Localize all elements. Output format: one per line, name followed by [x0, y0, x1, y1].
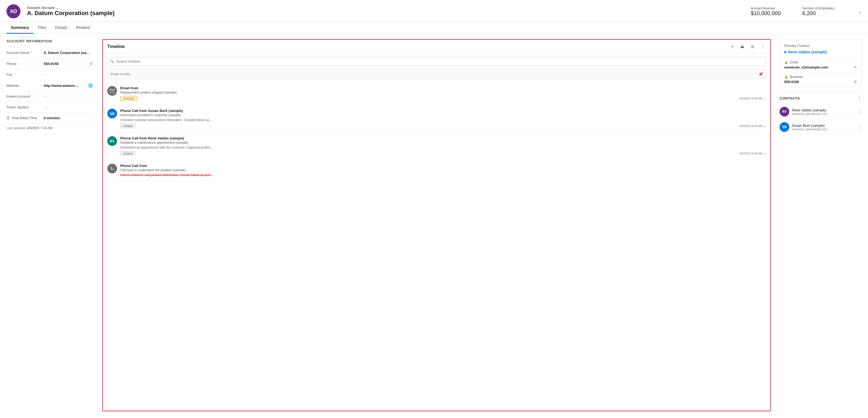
- timeline-item: RV Phone Call from Rene Valdes (sample) …: [107, 132, 766, 160]
- last-updated-label: Last updated:: [6, 126, 26, 130]
- item-content-4: Phone Call from Call back to understand …: [120, 164, 766, 177]
- tab-related[interactable]: Related: [72, 22, 94, 34]
- timeline-more-button[interactable]: ⋮: [760, 43, 766, 50]
- timeline-items: Email from Replacement product shipped (…: [103, 82, 770, 411]
- contacts-title: CONTACTS: [780, 96, 800, 100]
- item-title-row-4: Phone Call from: [120, 164, 766, 168]
- item-description-3: Scheduled an appointment with the custom…: [120, 146, 766, 149]
- primary-contact-icon: ■: [784, 50, 786, 54]
- account-info-header: ACCOUNT INFORMATION: [6, 39, 93, 43]
- contact-info-rv: Rene Valdes (sample) someone_i@example.c…: [792, 108, 855, 115]
- pc-email-value-row: someone_i@example.com ✎: [784, 65, 857, 69]
- parent-account-value[interactable]: ---: [44, 94, 93, 98]
- globe-icon[interactable]: 🌐: [88, 83, 93, 88]
- tab-details[interactable]: Details: [51, 22, 72, 34]
- note-input[interactable]: [107, 69, 766, 79]
- item-expand-3[interactable]: ⌄: [764, 152, 766, 155]
- timeline-title: Timeline: [107, 44, 727, 49]
- item-avatar-4: [107, 164, 117, 173]
- item-footer-1: Overdue 3/5/2019 9:49 AM ⌄: [120, 96, 766, 101]
- item-footer-2: Closed 3/5/2019 9:49 AM ⌄: [120, 123, 766, 128]
- item-title-4: Phone Call from: [120, 164, 147, 168]
- field-account-name: Account Name * A. Datum Corporation (sa.…: [6, 48, 93, 58]
- item-subtitle-1: Replacement product shipped (sample): [120, 91, 766, 94]
- entity-type-label: Account: Account: [27, 6, 55, 10]
- contact-email-rv: someone_i@example.com: [792, 112, 855, 115]
- tabs-bar: Summary Files Details Related: [0, 22, 868, 34]
- pc-email-action-icon[interactable]: ✎: [854, 65, 857, 69]
- lock-icon-email: 🔒: [784, 60, 788, 64]
- timeline-header: Timeline + ⏏ ≣ ⋮: [103, 40, 770, 54]
- phone-icon[interactable]: ✆: [90, 61, 93, 66]
- total-billed-label: 🗓 Total Billed Time: [6, 116, 41, 120]
- phone-label: Phone: [6, 62, 41, 66]
- contact-name-sb[interactable]: Susan Burk (sample): [792, 123, 855, 127]
- contact-item-sb: SB Susan Burk (sample) someone_l@example…: [780, 119, 862, 135]
- account-name-value[interactable]: A. Datum Corporation (sa...: [44, 51, 93, 55]
- contacts-more-button[interactable]: ⋮: [857, 96, 862, 101]
- parent-account-label: Parent Account: [6, 94, 41, 98]
- total-billed-value: 0 minutes: [44, 116, 93, 120]
- contact-menu-sb[interactable]: ⋮: [857, 125, 862, 130]
- timeline-item: Phone Call from Call back to understand …: [107, 160, 766, 181]
- contact-email-sb: someone_l@example.com: [792, 127, 855, 131]
- item-subtitle-4: Call back to understand the problem (sam…: [120, 168, 766, 172]
- timeline-search-input[interactable]: [107, 57, 766, 66]
- entity-type-selector[interactable]: Account: Account ⌄: [27, 6, 115, 10]
- contact-item-rv: RV Rene Valdes (sample) someone_i@exampl…: [780, 104, 862, 119]
- left-panel: ACCOUNT INFORMATION Account Name * A. Da…: [6, 39, 98, 411]
- item-title-row-1: Email from: [120, 86, 766, 90]
- item-expand-2[interactable]: ⌄: [764, 124, 766, 128]
- timeline-item: SB Phone Call from Susan Burk (sample) I…: [107, 105, 766, 132]
- item-badge-closed-2: Closed: [120, 123, 135, 128]
- primary-contact-link[interactable]: Rene Valdes (sample): [788, 50, 827, 54]
- ticker-symbol-value[interactable]: ---: [44, 105, 93, 109]
- item-title-3: Phone Call from Rene Valdes (sample): [120, 136, 184, 140]
- timeline-sort-button[interactable]: ≣: [750, 43, 755, 50]
- pc-field-email: 🔒 Email someone_i@example.com ✎: [784, 58, 857, 72]
- employees-value: 6,200: [802, 10, 834, 17]
- employees-block: Number of Employees 6,200: [802, 6, 834, 17]
- item-content-3: Phone Call from Rene Valdes (sample) Sch…: [120, 136, 766, 156]
- contact-avatar-sb: SB: [780, 122, 789, 132]
- pc-business-value-row: 555-0108 ✆: [784, 80, 857, 84]
- annual-revenue-label: Annual Revenue: [751, 6, 781, 10]
- annual-revenue-value: $10,000,000: [751, 10, 781, 17]
- header-title-block: Account: Account ⌄ A. Datum Corporation …: [27, 6, 115, 17]
- timeline-add-button[interactable]: +: [730, 44, 735, 50]
- item-title-row-2: Phone Call from Susan Burk (sample): [120, 109, 766, 113]
- tab-files[interactable]: Files: [33, 22, 51, 34]
- last-updated: Last updated: 4/9/2021 7:43 AM: [6, 123, 93, 133]
- field-fax: Fax ---: [6, 69, 93, 80]
- contact-menu-rv[interactable]: ⋮: [857, 109, 862, 114]
- timeline-actions: + ⏏ ≣ ⋮: [730, 43, 766, 50]
- phone-value[interactable]: 555-0158: [44, 62, 87, 66]
- pc-business-value: 555-0108: [784, 80, 799, 84]
- attach-icon[interactable]: 📌: [758, 72, 763, 76]
- avatar: AD: [6, 4, 21, 18]
- item-date-2: 3/5/2019 9:49 AM ⌄: [739, 124, 766, 128]
- timeline-filter-button[interactable]: ⏏: [739, 43, 745, 50]
- contact-info-sb: Susan Burk (sample) someone_l@example.co…: [792, 123, 855, 131]
- lock-icon-business: 🔒: [784, 75, 788, 79]
- contact-name-rv[interactable]: Rene Valdes (sample): [792, 108, 855, 112]
- tab-summary[interactable]: Summary: [6, 22, 33, 34]
- last-updated-value: 4/9/2021 7:43 AM: [27, 126, 52, 130]
- ticker-symbol-label: Ticker Symbol: [6, 105, 41, 109]
- item-description-4: Check customer and product information. …: [120, 173, 766, 177]
- required-star: *: [30, 51, 32, 55]
- item-subtitle-3: Schedule a maintenance appointment (samp…: [120, 141, 766, 145]
- header-collapse-chevron[interactable]: ⌄: [858, 9, 862, 14]
- primary-contact-section: Primary Contact ■ Rene Valdes (sample) 🔒…: [780, 39, 862, 91]
- entity-type-chevron[interactable]: ⌄: [56, 6, 59, 10]
- website-value[interactable]: http://www.adatum....: [44, 84, 86, 88]
- field-parent-account: Parent Account ---: [6, 91, 93, 102]
- note-input-area: 📌: [107, 69, 766, 79]
- pc-business-phone-icon[interactable]: ✆: [854, 80, 857, 84]
- field-total-billed: 🗓 Total Billed Time 0 minutes: [6, 113, 93, 123]
- timeline-search-wrapper: 🔍: [107, 57, 766, 66]
- item-subtitle-2: Information provided to customer (sample…: [120, 113, 766, 117]
- annual-revenue-block: Annual Revenue $10,000,000: [751, 6, 781, 17]
- item-expand-1[interactable]: ⌄: [764, 96, 766, 100]
- fax-value[interactable]: ---: [44, 72, 93, 77]
